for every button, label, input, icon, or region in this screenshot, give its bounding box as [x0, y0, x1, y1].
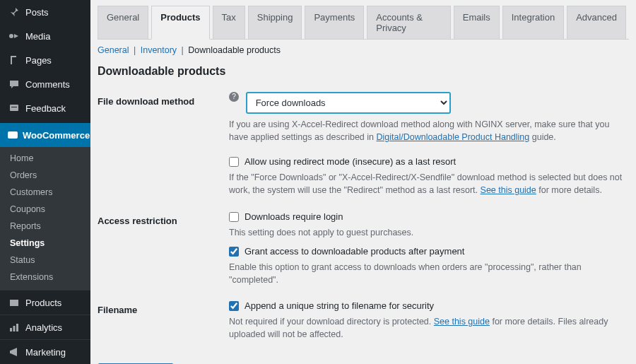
page-icon	[7, 53, 21, 67]
filename-desc: Not required if your download directory …	[229, 315, 629, 341]
sidebar-item-label: WooCommerce	[23, 130, 90, 141]
subnav-downloadable: Downloadable products	[188, 45, 281, 55]
settings-tabs: GeneralProductsTaxShippingPaymentsAccoun…	[98, 6, 629, 40]
tab-products[interactable]: Products	[151, 6, 209, 40]
method-description: If you are using X-Accel-Redirect downlo…	[229, 118, 629, 143]
svg-rect-7	[10, 328, 12, 331]
sidebar-item-media[interactable]: Media	[0, 24, 90, 48]
submenu-home[interactable]: Home	[0, 150, 90, 167]
svg-rect-6	[10, 300, 18, 306]
sidebar-item-analytics[interactable]: Analytics	[0, 315, 90, 339]
tab-accounts-privacy[interactable]: Accounts & Privacy	[367, 6, 450, 39]
tab-emails[interactable]: Emails	[454, 6, 500, 39]
file-download-method-select[interactable]: Force downloads	[246, 92, 451, 114]
sidebar-item-label: Comments	[25, 79, 70, 90]
link-redirect-guide[interactable]: See this guide	[481, 185, 536, 195]
products-icon	[7, 295, 21, 310]
row-label-access: Access restriction	[98, 207, 229, 296]
media-icon	[7, 29, 21, 43]
link-handling-guide[interactable]: Digital/Downloadable Product Handling	[376, 132, 529, 142]
subnav-inventory[interactable]: Inventory	[141, 45, 177, 55]
subnav: General | Inventory | Downloadable produ…	[98, 40, 629, 58]
sidebar-item-label: Products	[25, 298, 61, 308]
woocommerce-icon	[7, 128, 18, 142]
tab-payments[interactable]: Payments	[305, 6, 364, 39]
sidebar-item-comments[interactable]: Comments	[0, 72, 90, 96]
sidebar-item-label: Pages	[25, 55, 52, 66]
allow-redirect-checkbox[interactable]	[229, 157, 239, 167]
woocommerce-submenu: HomeOrdersCustomersCouponsReportsSetting…	[0, 147, 90, 290]
require-login-desc: This setting does not apply to guest pur…	[229, 226, 629, 239]
sidebar-item-label: Posts	[25, 7, 49, 18]
svg-rect-5	[8, 131, 18, 139]
help-icon[interactable]: ?	[229, 92, 239, 102]
sidebar-item-label: Media	[25, 31, 50, 42]
svg-rect-10	[10, 351, 11, 353]
require-login-label[interactable]: Downloads require login	[229, 211, 629, 222]
append-string-checkbox[interactable]	[229, 301, 239, 311]
submenu-customers[interactable]: Customers	[0, 184, 90, 201]
row-label-filename: Filename	[98, 296, 229, 351]
tab-advanced[interactable]: Advanced	[567, 6, 626, 39]
sidebar-item-pages[interactable]: Pages	[0, 48, 90, 72]
sidebar-item-label: Feedback	[25, 103, 66, 114]
svg-point-0	[9, 34, 13, 38]
svg-rect-8	[13, 326, 16, 331]
settings-form: File download method ? Force downloads I…	[98, 88, 629, 351]
sidebar-item-label: Marketing	[25, 347, 66, 358]
tab-shipping[interactable]: Shipping	[248, 6, 302, 39]
pin-icon	[7, 5, 21, 19]
marketing-icon	[7, 345, 21, 359]
sidebar-item-woocommerce[interactable]: WooCommerce	[0, 123, 90, 147]
admin-sidebar: PostsMediaPagesCommentsFeedback WooComme…	[0, 0, 90, 364]
tab-integration[interactable]: Integration	[502, 6, 564, 39]
analytics-icon	[7, 320, 21, 334]
submenu-orders[interactable]: Orders	[0, 167, 90, 184]
comment-icon	[7, 77, 21, 91]
svg-rect-3	[10, 105, 18, 111]
tab-tax[interactable]: Tax	[213, 6, 245, 39]
append-string-label[interactable]: Append a unique string to filename for s…	[229, 300, 629, 311]
svg-rect-9	[16, 324, 18, 331]
tab-general[interactable]: General	[98, 6, 148, 39]
grant-access-label[interactable]: Grant access to downloadable products af…	[229, 246, 629, 257]
submenu-status[interactable]: Status	[0, 252, 90, 269]
require-login-checkbox[interactable]	[229, 212, 239, 222]
link-filename-guide[interactable]: See this guide	[434, 317, 490, 327]
sidebar-item-feedback[interactable]: Feedback	[0, 96, 90, 120]
sidebar-item-label: Analytics	[25, 322, 62, 333]
grant-access-checkbox[interactable]	[229, 247, 239, 257]
svg-rect-2	[12, 57, 18, 64]
sidebar-item-products[interactable]: Products	[0, 290, 90, 315]
submenu-extensions[interactable]: Extensions	[0, 269, 90, 286]
submenu-reports[interactable]: Reports	[0, 218, 90, 235]
subnav-general[interactable]: General	[98, 45, 129, 55]
submenu-settings[interactable]: Settings	[0, 235, 90, 252]
sidebar-item-posts[interactable]: Posts	[0, 0, 90, 24]
allow-redirect-desc: If the "Force Downloads" or "X-Accel-Red…	[229, 171, 629, 196]
main-content: GeneralProductsTaxShippingPaymentsAccoun…	[90, 0, 636, 364]
submenu-coupons[interactable]: Coupons	[0, 201, 90, 218]
sidebar-item-marketing[interactable]: Marketing	[0, 339, 90, 364]
feedback-icon	[7, 101, 21, 115]
row-label-method: File download method	[98, 88, 229, 207]
allow-redirect-label[interactable]: Allow using redirect mode (insecure) as …	[229, 156, 629, 167]
section-title: Downloadable products	[98, 65, 629, 78]
grant-access-desc: Enable this option to grant access to do…	[229, 261, 629, 286]
svg-rect-4	[11, 107, 17, 107]
